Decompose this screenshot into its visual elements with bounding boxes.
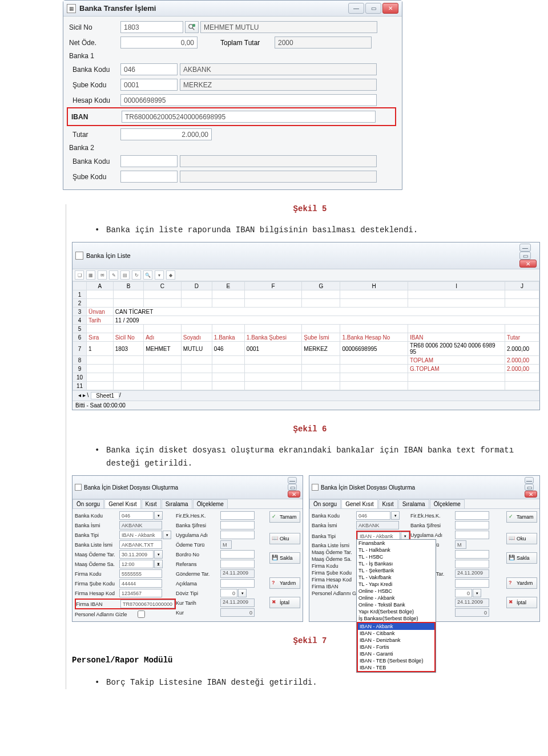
list-item[interactable]: IBAN - Fortis	[358, 644, 434, 650]
tab-kisit[interactable]: Kısıt	[142, 499, 161, 508]
col-header[interactable]: H	[340, 282, 408, 290]
minimize-button[interactable]: —	[525, 477, 534, 484]
doviz-input[interactable]	[455, 589, 472, 597]
referans-input[interactable]	[220, 560, 255, 568]
toolbar-button[interactable]: ▦	[86, 270, 95, 280]
list-item[interactable]: Finansbank	[357, 540, 436, 547]
oku-button[interactable]: Oku	[269, 533, 300, 544]
tamam-button[interactable]: Tamam	[269, 511, 300, 523]
toolbar-button[interactable]: ▾	[155, 270, 164, 280]
lookup-button[interactable]: ▾	[154, 511, 163, 520]
sicil-no-input[interactable]	[120, 21, 183, 33]
toolbar-button[interactable]: ↻	[132, 270, 141, 280]
list-item[interactable]: IBAN - Akbank	[358, 623, 434, 630]
list-item[interactable]: IBAN - Denizbank	[358, 637, 434, 644]
tab-siralama[interactable]: Sıralama	[398, 499, 429, 508]
banka-tipi-dropdown[interactable]: Finansbank TL - Halkbank TL - HSBC TL - …	[356, 539, 436, 673]
lookup-button[interactable]: ▾	[238, 589, 247, 597]
list-item[interactable]: IBAN - Citibank	[358, 630, 434, 637]
list-item[interactable]: TL - Vakıfbank	[357, 574, 436, 581]
tab-genelkisit[interactable]: Genel Kısıt	[104, 499, 140, 508]
toolbar-button[interactable]: ▤	[120, 270, 130, 280]
close-button[interactable]: ✕	[288, 491, 300, 498]
bordro-input[interactable]	[455, 550, 489, 559]
list-item[interactable]: TL - HSBC	[357, 553, 436, 560]
referans-input[interactable]	[455, 560, 489, 568]
tamam-button[interactable]: Tamam	[506, 511, 537, 523]
lookup-button[interactable]: ▾	[473, 589, 481, 597]
uygulama-input[interactable]	[220, 531, 255, 539]
minimize-button[interactable]: —	[519, 244, 531, 252]
yardim-button[interactable]: Yardım	[269, 577, 300, 589]
toolbar-button[interactable]: ❏	[75, 270, 84, 280]
list-item[interactable]: Online - Akbank	[357, 595, 436, 601]
sakla-button[interactable]: Sakla	[506, 552, 537, 564]
toolbar-button[interactable]: ✎	[109, 270, 118, 280]
list-item[interactable]: TL - Yapı Kredi	[357, 581, 436, 588]
fir-ek-input[interactable]	[220, 511, 255, 520]
aciklama-input[interactable]	[455, 579, 489, 588]
sheet-grid[interactable]: A B C D E F G H I J 1 2 3ÜnvanCAN TİCARE…	[72, 281, 539, 390]
banka-tipi-select[interactable]	[119, 531, 162, 539]
banka-kodu-input[interactable]	[119, 511, 154, 520]
list-item[interactable]: TL - ŞekerBank	[357, 567, 436, 574]
fir-ek-input[interactable]	[455, 511, 489, 520]
close-button[interactable]: ✕	[519, 260, 537, 268]
maximize-button[interactable]: ▭	[525, 484, 534, 491]
maximize-button[interactable]: ▭	[288, 484, 297, 491]
toolbar-button[interactable]: ◆	[166, 270, 175, 280]
col-header[interactable]: C	[144, 282, 182, 290]
aciklama-input[interactable]	[220, 579, 255, 588]
time-button[interactable]: ⧗	[154, 560, 163, 568]
maas-tar-input[interactable]	[119, 550, 154, 559]
list-item[interactable]: IBAN - Garanti	[358, 650, 434, 657]
lookup-button[interactable]	[185, 21, 199, 33]
col-header[interactable]: E	[212, 282, 244, 290]
close-button[interactable]: ✕	[382, 3, 398, 14]
b1-hesap-kodu-input[interactable]	[120, 94, 377, 106]
b1-tutar-input[interactable]	[120, 128, 212, 140]
col-header[interactable]: D	[181, 282, 212, 290]
b1-iban-input[interactable]	[122, 111, 376, 123]
maas-saat-input[interactable]	[119, 560, 154, 568]
firma-iban-input[interactable]	[120, 600, 175, 608]
b2-sube-kodu-input[interactable]	[120, 171, 178, 183]
b2-banka-kodu-input[interactable]	[120, 155, 178, 167]
list-item[interactable]: Yapı Krd(Serbest Bölge)	[357, 608, 436, 615]
col-header[interactable]: J	[505, 282, 539, 290]
col-header[interactable]: I	[408, 282, 505, 290]
iptal-button[interactable]: İptal	[269, 597, 300, 608]
tab-olcekleme[interactable]: Ölçekleme	[193, 499, 228, 508]
list-item[interactable]: Online - Tekstil Bank	[357, 601, 436, 608]
oku-button[interactable]: Oku	[506, 533, 537, 544]
banka-sifresi-input[interactable]	[220, 521, 255, 529]
dropdown-button[interactable]: ▾	[163, 531, 171, 539]
banka-liste-input[interactable]	[119, 540, 162, 549]
list-item[interactable]: TL - İş Bankası	[357, 560, 436, 567]
firma-kodu-input[interactable]	[119, 569, 162, 578]
yardim-button[interactable]: Yardım	[506, 577, 537, 589]
tab-onsorgu[interactable]: Ön sorgu	[309, 499, 341, 508]
banka-sifresi-input[interactable]	[455, 521, 489, 529]
iptal-button[interactable]: İptal	[506, 597, 537, 608]
doviz-input[interactable]	[220, 589, 237, 597]
close-button[interactable]: ✕	[525, 491, 537, 498]
list-item[interactable]: Online - HSBC	[357, 588, 436, 595]
tab-olcekleme[interactable]: Ölçekleme	[430, 499, 465, 508]
sakla-button[interactable]: Sakla	[269, 552, 300, 564]
list-item[interactable]: IBAN - TEB (Serbest Bölge)	[358, 657, 434, 664]
col-header[interactable]: G	[302, 282, 340, 290]
b1-sube-kodu-input[interactable]	[120, 79, 178, 91]
firma-sube-input[interactable]	[119, 579, 162, 588]
sheet-tab[interactable]: Sheet1	[91, 392, 119, 399]
date-button[interactable]: ▾	[154, 550, 163, 559]
net-ode-input[interactable]	[120, 37, 198, 48]
list-item[interactable]: IBAN - TEB	[358, 664, 434, 671]
minimize-button[interactable]: —	[288, 477, 297, 484]
uygulama-input[interactable]	[455, 531, 489, 539]
toolbar-button[interactable]: 🔍	[143, 270, 152, 280]
tab-siralama[interactable]: Sıralama	[162, 499, 192, 508]
col-header[interactable]: F	[244, 282, 301, 290]
personel-gizle-checkbox[interactable]	[138, 611, 145, 618]
list-item[interactable]: TL - Halkbank	[357, 547, 436, 553]
